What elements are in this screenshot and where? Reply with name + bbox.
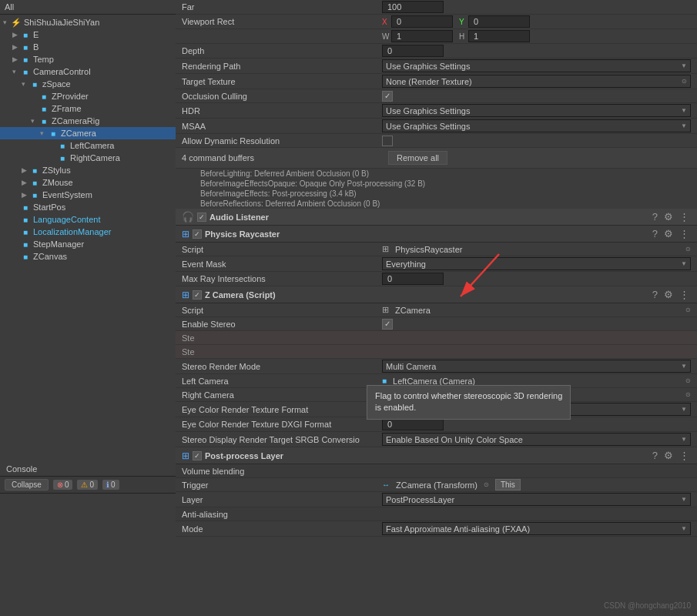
cube-icon-stepmgr: ■ bbox=[20, 239, 31, 249]
tree-item-ZCanvas[interactable]: ■ ZCanvas bbox=[0, 250, 176, 263]
event-mask-dropdown[interactable]: Everything ▼ bbox=[382, 257, 691, 270]
tree-item-ZCamera[interactable]: ▾ ■ ZCamera bbox=[0, 127, 176, 139]
tree-item-RightCamera[interactable]: ■ RightCamera bbox=[0, 152, 176, 164]
remove-all-button[interactable]: Remove all bbox=[388, 151, 447, 165]
target-texture-text: None (Render Texture) bbox=[386, 77, 472, 86]
remove-all-container: Remove all bbox=[382, 149, 691, 167]
physics-menu-icon[interactable]: ⋮ bbox=[678, 228, 691, 239]
cube-icon-zstylus: ■ bbox=[29, 165, 40, 176]
label-zprovider: ZProvider bbox=[52, 92, 89, 101]
tree-item-StartPos[interactable]: ■ StartPos bbox=[0, 201, 176, 213]
physics-help-icon[interactable]: ? bbox=[651, 228, 659, 239]
tree-item-LanguageContent[interactable]: ■ LanguageContent bbox=[0, 213, 176, 226]
rendering-path-value: Use Graphics Settings ▼ bbox=[382, 59, 691, 72]
console-header: Console bbox=[0, 462, 176, 477]
tree-item-zSpace[interactable]: ▾ ■ zSpace bbox=[0, 78, 176, 90]
label-temp: Temp bbox=[33, 55, 54, 64]
postprocess-settings-icon[interactable]: ⚙ bbox=[662, 450, 675, 461]
tree-item-E[interactable]: ▶ ■ E bbox=[0, 28, 176, 41]
postprocess-help-icon[interactable]: ? bbox=[651, 450, 659, 461]
tree-item-ZCameraRig[interactable]: ▾ ■ ZCameraRig bbox=[0, 115, 176, 127]
max-ray-value bbox=[382, 273, 691, 285]
postprocess-menu-icon[interactable]: ⋮ bbox=[678, 450, 691, 461]
tree-item-ZProvider[interactable]: ■ ZProvider bbox=[0, 90, 176, 102]
tree-item-EventSystem[interactable]: ▶ ■ EventSystem bbox=[0, 189, 176, 201]
tree-item-Temp[interactable]: ▶ ■ Temp bbox=[0, 53, 176, 65]
label-zcanvas: ZCanvas bbox=[33, 252, 67, 261]
far-input[interactable] bbox=[382, 1, 444, 13]
allow-dynamic-checkbox[interactable] bbox=[382, 136, 393, 146]
zcamera-enabled-checkbox[interactable]: ✓ bbox=[193, 290, 202, 300]
zcamera-help-icon[interactable]: ? bbox=[651, 289, 659, 300]
tree-item-B[interactable]: ▶ ■ B bbox=[0, 41, 176, 53]
hierarchy-tree: ▾ ⚡ ShiShuJiaJieShiYan ▶ ■ E ▶ ■ B ▶ ■ T… bbox=[0, 15, 176, 462]
physics-enabled-checkbox[interactable]: ✓ bbox=[193, 229, 202, 239]
cmd-buffer-1: BeforeImageEffectsOpaque: Opaque Only Po… bbox=[176, 179, 697, 189]
info-icon: ℹ bbox=[106, 480, 109, 489]
postprocess-enabled-checkbox[interactable]: ✓ bbox=[193, 451, 202, 460]
cube-icon-temp: ■ bbox=[20, 54, 31, 65]
cmd-buffer-2: BeforeImageEffects: Post-processing (3.4… bbox=[176, 189, 697, 199]
dropdown-arrow-hdr: ▼ bbox=[681, 107, 687, 114]
audio-enabled-checkbox[interactable]: ✓ bbox=[197, 213, 206, 222]
tree-item-LeftCamera[interactable]: ■ LeftCamera bbox=[0, 139, 176, 152]
w-label: W bbox=[382, 32, 390, 41]
left-camera-text: LeftCamera (Camera) bbox=[393, 377, 475, 386]
enable-stereo-checkbox[interactable]: ✓ bbox=[382, 319, 393, 330]
audio-help-icon[interactable]: ? bbox=[651, 211, 659, 223]
tree-scene[interactable]: ▾ ⚡ ShiShuJiaJieShiYan bbox=[0, 16, 176, 28]
w-input[interactable] bbox=[391, 30, 453, 42]
layer-dropdown[interactable]: PostProcessLayer ▼ bbox=[382, 493, 691, 506]
layer-label: Layer bbox=[182, 495, 382, 504]
stereo-display-text: Enable Based On Unity Color Space bbox=[386, 435, 523, 444]
collapse-button[interactable]: Collapse bbox=[5, 479, 49, 490]
tree-item-StepManager[interactable]: ■ StepManager bbox=[0, 238, 176, 250]
tree-item-ZFrame[interactable]: ■ ZFrame bbox=[0, 102, 176, 115]
stereo-display-row: Stereo Display Render Target SRGB Conver… bbox=[176, 432, 697, 447]
zcamera-menu-icon[interactable]: ⋮ bbox=[678, 289, 691, 300]
cube-icon-zcamera: ■ bbox=[48, 128, 59, 139]
tree-item-ZMouse[interactable]: ▶ ■ ZMouse bbox=[0, 176, 176, 189]
target-texture-label: Target Texture bbox=[182, 77, 382, 86]
occlusion-checkbox[interactable]: ✓ bbox=[382, 91, 393, 102]
enable-stereo-label: Enable Stereo bbox=[182, 320, 382, 329]
x-input[interactable] bbox=[391, 15, 453, 28]
ste-label1: Ste bbox=[182, 333, 382, 343]
max-ray-input[interactable] bbox=[382, 273, 444, 285]
physics-script-label: Script bbox=[182, 245, 382, 254]
eye-color-dxgi-input[interactable] bbox=[382, 418, 444, 430]
eye-color-format-label: Eye Color Render Texture Format bbox=[182, 405, 382, 414]
h-input[interactable] bbox=[468, 30, 530, 42]
y-input[interactable] bbox=[468, 15, 530, 28]
event-mask-text: Everything bbox=[386, 259, 426, 269]
label-eventsys: EventSystem bbox=[42, 190, 92, 199]
depth-input[interactable] bbox=[382, 45, 444, 57]
left-camera-icon: ■ bbox=[382, 377, 387, 385]
zcamera-settings-icon[interactable]: ⚙ bbox=[662, 289, 675, 300]
target-texture-dropdown[interactable]: None (Render Texture) ⊙ bbox=[382, 75, 691, 88]
dropdown-arrow-stereodisplay: ▼ bbox=[681, 436, 687, 443]
stereo-render-mode-dropdown[interactable]: Multi Camera ▼ bbox=[382, 360, 691, 373]
label-rightcam: RightCamera bbox=[70, 153, 120, 162]
physics-script-arrow: ⊙ bbox=[685, 246, 691, 253]
physics-settings-icon[interactable]: ⚙ bbox=[662, 228, 675, 239]
tree-item-LocalizationManager[interactable]: ■ LocalizationManager bbox=[0, 226, 176, 238]
hdr-value: Use Graphics Settings ▼ bbox=[382, 104, 691, 117]
zcamera-script-value: ⊞ ZCamera ⊙ bbox=[382, 305, 691, 315]
audio-listener-actions: ? ⚙ ⋮ bbox=[651, 211, 691, 223]
rendering-path-dropdown[interactable]: Use Graphics Settings ▼ bbox=[382, 59, 691, 72]
console-panel: Console Collapse ⊗ 0 ⚠ 0 ℹ 0 bbox=[0, 462, 176, 616]
audio-settings-icon[interactable]: ⚙ bbox=[662, 211, 675, 223]
msaa-value: Use Graphics Settings ▼ bbox=[382, 119, 691, 132]
this-button[interactable]: This bbox=[495, 479, 521, 490]
hdr-dropdown[interactable]: Use Graphics Settings ▼ bbox=[382, 104, 691, 117]
tooltip-text: Flag to control whether stereoscopic 3D … bbox=[375, 391, 562, 412]
hdr-label: HDR bbox=[182, 106, 382, 116]
stereo-display-dropdown[interactable]: Enable Based On Unity Color Space ▼ bbox=[382, 433, 691, 446]
layer-row: Layer PostProcessLayer ▼ bbox=[176, 492, 697, 507]
msaa-dropdown[interactable]: Use Graphics Settings ▼ bbox=[382, 119, 691, 132]
audio-menu-icon[interactable]: ⋮ bbox=[678, 211, 691, 223]
mode-dropdown[interactable]: Fast Approximate Anti-aliasing (FXAA) ▼ bbox=[382, 522, 691, 535]
tree-item-ZStylus[interactable]: ▶ ■ ZStylus bbox=[0, 164, 176, 176]
tree-item-CameraControl[interactable]: ▾ ■ CameraControl bbox=[0, 65, 176, 78]
